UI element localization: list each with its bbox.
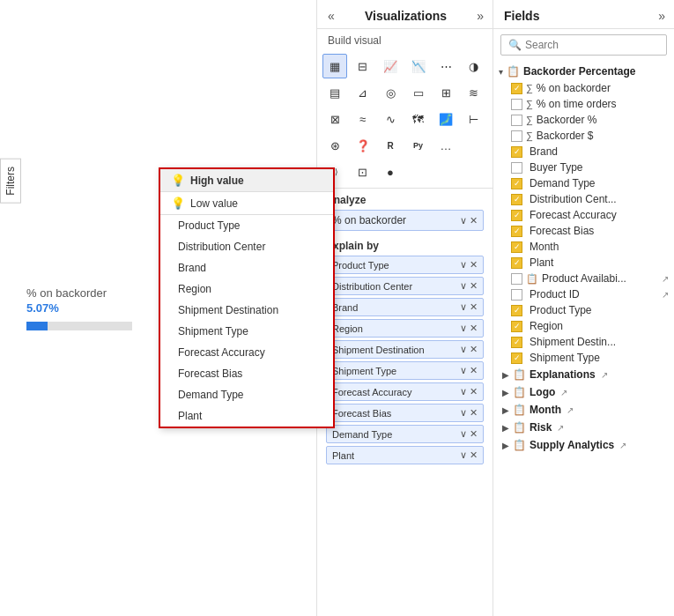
explain-chip-distribution-center[interactable]: Distribution Center ∨ ✕ (326, 277, 484, 295)
vis-icon-bar[interactable]: ▦ (322, 54, 347, 78)
dropdown-item-plant[interactable]: Plant (160, 405, 333, 427)
field-item-shipment-type[interactable]: ✓ Shipment Type (493, 350, 674, 366)
vis-icon-gauge[interactable]: ◎ (378, 80, 403, 105)
dropdown-item-product-type[interactable]: Product Type (160, 215, 333, 236)
field-item-backorder-dollar[interactable]: ∑ Backorder $ (493, 128, 674, 144)
dropdown-item-forecast-accuracy[interactable]: Forecast Accuracy (160, 342, 333, 363)
search-input[interactable] (525, 39, 659, 51)
field-name-product-id: Product ID (530, 288, 656, 301)
dropdown-item-forecast-bias[interactable]: Forecast Bias (160, 363, 333, 384)
vis-icon-pie[interactable]: ◑ (462, 54, 486, 78)
vis-icon-waterfall[interactable]: ≈ (351, 107, 375, 131)
explain-chip-actions-2[interactable]: ∨ ✕ (460, 301, 478, 313)
explain-chip-shipment-type[interactable]: Shipment Type ∨ ✕ (326, 361, 484, 380)
field-group-logo-header[interactable]: ▶ 📋 Logo ↗ (493, 383, 674, 401)
vis-icon-treemap[interactable]: ▤ (322, 80, 347, 105)
search-icon: 🔍 (508, 39, 522, 51)
field-check-backorder-pct: ✓ (511, 83, 522, 94)
field-item-demand-type[interactable]: ✓ Demand Type (493, 175, 674, 191)
dropdown-item-brand[interactable]: Brand (160, 257, 333, 278)
vis-icon-grid[interactable]: ⊡ (351, 160, 375, 184)
field-group-backorder: ▾ 📋 Backorder Percentage ✓ ∑ % on backor… (493, 63, 674, 366)
explain-chip-actions-3[interactable]: ∨ ✕ (460, 323, 478, 334)
explain-chip-region[interactable]: Region ∨ ✕ (326, 319, 484, 338)
field-group-month-header[interactable]: ▶ 📋 Month ↗ (493, 401, 674, 419)
field-name-demand-type: Demand Type (530, 177, 669, 189)
vis-icon-shape-map[interactable]: 🗾 (433, 107, 458, 131)
explain-chip-actions-9[interactable]: ∨ ✕ (460, 449, 478, 461)
vis-icon-key-influencers[interactable]: ⊛ (322, 133, 347, 158)
analyze-chip-actions[interactable]: ∨ ✕ (460, 215, 478, 226)
explain-chip-brand[interactable]: Brand ∨ ✕ (326, 298, 484, 316)
field-item-product-id[interactable]: Product ID ↗ (493, 286, 674, 302)
vis-icon-bar-stacked[interactable]: ⊟ (351, 54, 375, 78)
vis-expand-right[interactable]: » (477, 9, 484, 23)
vis-icon-ribbon[interactable]: ∿ (378, 107, 403, 131)
field-item-forecast-accuracy[interactable]: ✓ Forecast Accuracy (493, 207, 674, 223)
vis-icon-placeholder (462, 133, 486, 158)
vis-icon-card[interactable]: ▭ (406, 80, 431, 105)
field-name-region: Region (530, 320, 669, 332)
filters-tab[interactable]: Filters (0, 159, 21, 204)
explain-chip-actions-4[interactable]: ∨ ✕ (460, 344, 478, 355)
analyze-chip[interactable]: % on backorder ∨ ✕ (326, 210, 484, 231)
field-item-month[interactable]: ✓ Month (493, 239, 674, 255)
explain-chip-product-type[interactable]: Product Type ∨ ✕ (326, 256, 484, 274)
vis-icon-matrix[interactable]: ⊠ (322, 107, 347, 131)
dropdown-item-shipment-destination[interactable]: Shipment Destination (160, 300, 333, 321)
field-group-supply-header[interactable]: ▶ 📋 Supply Analytics ↗ (493, 436, 674, 454)
vis-icon-line[interactable]: 📈 (378, 54, 403, 78)
fields-expand-right[interactable]: » (658, 9, 665, 23)
field-item-plant[interactable]: ✓ Plant (493, 255, 674, 271)
explain-chip-shipment-destination[interactable]: Shipment Destination ∨ ✕ (326, 340, 484, 359)
field-item-shipment-destin[interactable]: ✓ Shipment Destin... (493, 334, 674, 350)
vis-icon-python[interactable]: Py (406, 133, 431, 158)
explain-chip-plant[interactable]: Plant ∨ ✕ (326, 446, 484, 464)
low-value-option[interactable]: 💡 Low value (160, 192, 333, 215)
dropdown-item-distribution-center[interactable]: Distribution Center (160, 236, 333, 257)
vis-icon-area[interactable]: 📉 (406, 54, 431, 78)
explain-chip-forecast-bias[interactable]: Forecast Bias ∨ ✕ (326, 404, 484, 422)
field-check-forecast-bias: ✓ (511, 226, 522, 237)
field-item-product-type[interactable]: ✓ Product Type (493, 302, 674, 318)
field-item-distribution-cent[interactable]: ✓ Distribution Cent... (493, 191, 674, 207)
field-item-buyer-type[interactable]: Buyer Type (493, 160, 674, 175)
field-item-brand[interactable]: ✓ Brand (493, 144, 674, 160)
field-check-product-availab (511, 273, 522, 285)
vis-icon-qa[interactable]: ❓ (351, 133, 375, 158)
vis-collapse-left[interactable]: « (328, 9, 335, 23)
explain-chip-actions-1[interactable]: ∨ ✕ (460, 280, 478, 292)
explain-chip-actions-7[interactable]: ∨ ✕ (460, 407, 478, 419)
field-check-month: ✓ (511, 241, 522, 253)
vis-icon-map[interactable]: 🗺 (406, 107, 431, 131)
field-group-backorder-header[interactable]: ▾ 📋 Backorder Percentage (493, 63, 674, 80)
vis-icon-table[interactable]: ≋ (462, 80, 486, 105)
dropdown-item-demand-type[interactable]: Demand Type (160, 384, 333, 405)
vis-icon-scatter[interactable]: ⋯ (433, 54, 458, 78)
explain-chip-demand-type[interactable]: Demand Type ∨ ✕ (326, 425, 484, 443)
field-item-backorder-pct2[interactable]: ∑ Backorder % (493, 112, 674, 128)
vis-icon-r[interactable]: R (378, 133, 403, 158)
field-group-risk-header[interactable]: ▶ 📋 Risk ↗ (493, 419, 674, 436)
dropdown-item-region[interactable]: Region (160, 278, 333, 300)
explain-chip-actions-0[interactable]: ∨ ✕ (460, 259, 478, 271)
field-item-time-orders[interactable]: ∑ % on time orders (493, 96, 674, 112)
field-item-region[interactable]: ✓ Region (493, 318, 674, 334)
vis-icon-decomp[interactable]: ⊢ (462, 107, 486, 131)
vis-icon-kpi[interactable]: ⊞ (433, 80, 458, 105)
vis-icon-funnel[interactable]: ⊿ (351, 80, 375, 105)
explain-chip-actions-6[interactable]: ∨ ✕ (460, 386, 478, 397)
explain-chip-actions-5[interactable]: ∨ ✕ (460, 365, 478, 376)
search-box[interactable]: 🔍 (500, 34, 667, 56)
field-item-product-availab[interactable]: 📋 Product Availabi... ↗ (493, 271, 674, 286)
vis-icon-more[interactable]: … (433, 133, 458, 158)
high-value-option[interactable]: 💡 High value (160, 169, 333, 192)
vis-icon-circle[interactable]: ● (378, 160, 403, 184)
explain-chip-forecast-accuracy[interactable]: Forecast Accuracy ∨ ✕ (326, 382, 484, 401)
group-name-supply: Supply Analytics (530, 439, 614, 451)
field-group-explanations-header[interactable]: ▶ 📋 Explanations ↗ (493, 366, 674, 383)
explain-chip-actions-8[interactable]: ∨ ✕ (460, 428, 478, 440)
field-item-forecast-bias[interactable]: ✓ Forecast Bias (493, 223, 674, 239)
field-item-backorder-pct[interactable]: ✓ ∑ % on backorder (493, 80, 674, 96)
dropdown-item-shipment-type[interactable]: Shipment Type (160, 321, 333, 342)
